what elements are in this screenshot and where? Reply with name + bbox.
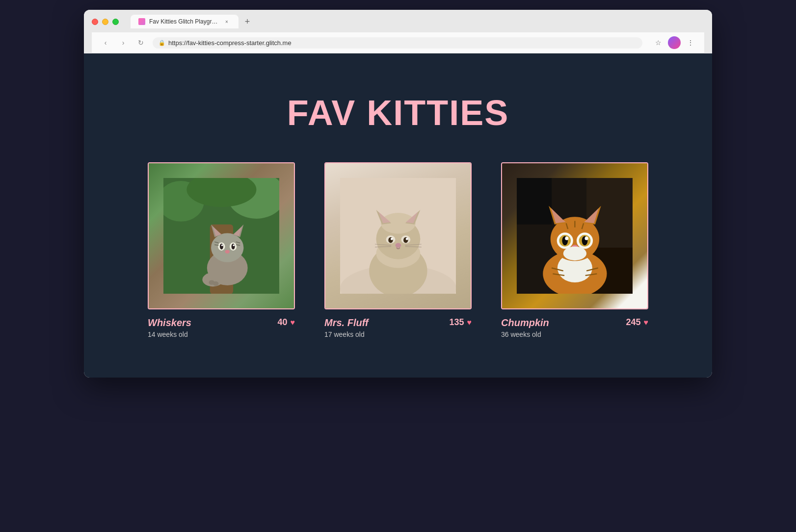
minimize-button[interactable]	[102, 19, 108, 25]
kitty-name-age-whiskers: Whiskers 14 weeks old	[148, 317, 191, 338]
svg-line-19	[214, 245, 218, 245]
kitty-name-whiskers: Whiskers	[148, 317, 191, 329]
new-tab-button[interactable]: +	[240, 15, 254, 28]
svg-point-69	[563, 246, 586, 260]
svg-point-17	[225, 250, 229, 253]
heart-icon-whiskers: ♥	[291, 318, 295, 327]
tab-favicon	[138, 18, 145, 25]
kitties-grid: Whiskers 14 weeks old 40 ♥	[128, 162, 668, 338]
kitty-image-whiskers	[149, 163, 294, 308]
kitty-image-wrapper-whiskers	[148, 162, 295, 309]
browser-controls: Fav Kitties Glitch Playground × +	[92, 15, 704, 28]
svg-point-39	[391, 238, 393, 240]
page-title: FAV KITTIES	[287, 93, 509, 133]
browser-titlebar: Fav Kitties Glitch Playground × + ‹ › ↻ …	[84, 10, 712, 53]
heart-icon-chumpkin: ♥	[644, 318, 649, 327]
browser-window: Fav Kitties Glitch Playground × + ‹ › ↻ …	[84, 10, 712, 378]
svg-point-40	[405, 238, 408, 240]
likes-count-chumpkin: 245	[626, 317, 640, 328]
kitty-likes-chumpkin: 245 ♥	[626, 317, 648, 328]
likes-count-mrs-fluff: 135	[449, 317, 464, 328]
address-bar[interactable]: 🔒 https://fav-kitties-compress-starter.g…	[153, 37, 642, 49]
close-button[interactable]	[92, 19, 98, 25]
bookmark-button[interactable]: ☆	[652, 37, 664, 49]
browser-actions: ☆ ⋮	[652, 36, 696, 49]
browser-addressbar: ‹ › ↻ 🔒 https://fav-kitties-compress-sta…	[92, 32, 704, 53]
maximize-button[interactable]	[112, 19, 119, 25]
svg-point-14	[231, 243, 235, 249]
lock-icon: 🔒	[159, 40, 165, 46]
kitty-age-chumpkin: 36 weeks old	[501, 330, 549, 338]
kitty-card-chumpkin: Chumpkin 36 weeks old 245 ♥	[501, 162, 648, 338]
kitty-info-mrs-fluff: Mrs. Fluff 17 weeks old 135 ♥	[324, 317, 472, 338]
kitty-age-mrs-fluff: 17 weeks old	[324, 330, 369, 338]
kitty-name-age-mrs-fluff: Mrs. Fluff 17 weeks old	[324, 317, 369, 338]
tab-title-text: Fav Kitties Glitch Playground	[149, 18, 219, 25]
svg-line-21	[236, 245, 240, 245]
svg-point-6	[211, 233, 243, 262]
kitty-card-whiskers: Whiskers 14 weeks old 40 ♥	[148, 162, 295, 338]
kitty-info-whiskers: Whiskers 14 weeks old 40 ♥	[148, 317, 295, 338]
reload-button[interactable]: ↻	[135, 37, 147, 49]
url-text: https://fav-kitties-compress-starter.gli…	[168, 39, 292, 47]
svg-point-67	[584, 236, 588, 240]
svg-point-66	[565, 236, 568, 240]
kitty-likes-mrs-fluff: 135 ♥	[449, 317, 472, 328]
kitty-name-age-chumpkin: Chumpkin 36 weeks old	[501, 317, 549, 338]
kitty-card-mrs-fluff: Mrs. Fluff 17 weeks old 135 ♥	[324, 162, 472, 338]
browser-tabs: Fav Kitties Glitch Playground × +	[131, 15, 254, 28]
kitty-likes-whiskers: 40 ♥	[277, 317, 295, 328]
kitty-age-whiskers: 14 weeks old	[148, 330, 191, 338]
likes-count-whiskers: 40	[277, 317, 287, 328]
svg-rect-48	[517, 178, 552, 225]
kitty-image-chumpkin	[502, 163, 647, 308]
kitty-image-wrapper-mrs-fluff	[324, 162, 472, 309]
heart-icon-mrs-fluff: ♥	[467, 318, 472, 327]
svg-point-24	[212, 281, 218, 285]
svg-point-41	[395, 243, 401, 247]
kitty-image-mrs-fluff	[325, 163, 471, 308]
kitty-image-wrapper-chumpkin	[501, 162, 648, 309]
kitty-name-mrs-fluff: Mrs. Fluff	[324, 317, 369, 329]
profile-avatar[interactable]	[668, 36, 681, 49]
svg-point-13	[219, 243, 223, 249]
forward-button[interactable]: ›	[117, 37, 129, 49]
page-content: FAV KITTIES	[84, 53, 712, 378]
svg-point-16	[233, 244, 235, 246]
back-button[interactable]: ‹	[100, 37, 111, 49]
tab-close-button[interactable]: ×	[223, 18, 231, 25]
kitty-info-chumpkin: Chumpkin 36 weeks old 245 ♥	[501, 317, 648, 338]
active-tab[interactable]: Fav Kitties Glitch Playground ×	[131, 15, 239, 28]
svg-point-15	[221, 244, 223, 246]
kitty-name-chumpkin: Chumpkin	[501, 317, 549, 329]
menu-button[interactable]: ⋮	[685, 37, 696, 49]
